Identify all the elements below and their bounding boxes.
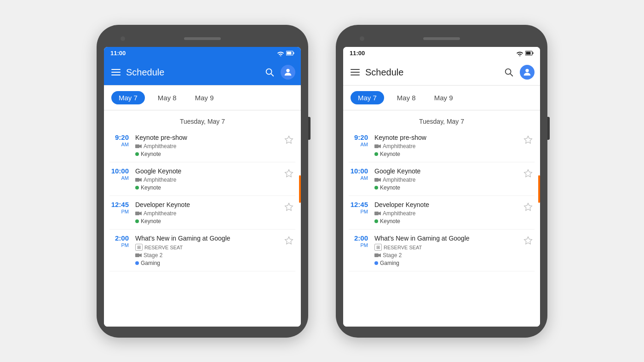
svg-marker-31 [379,212,381,215]
svg-marker-34 [379,253,381,257]
tag-dot [135,152,139,156]
svg-line-22 [510,74,512,76]
session-list: 9:20AMKeynote pre-showAmphitheatreKeynot… [343,129,540,272]
session-tag: Keynote [374,184,522,191]
svg-rect-19 [533,52,534,54]
favorite-button[interactable] [282,201,295,213]
date-tab-0[interactable]: May 7 [111,91,145,104]
status-time: 11:00 [350,50,516,57]
svg-marker-28 [379,178,381,182]
video-icon [135,178,142,182]
video-icon [135,144,142,149]
favorite-button[interactable] [282,167,295,180]
session-time-ampm: PM [109,209,129,214]
session-details: Developer KeynoteAmphitheatreKeynote [133,201,282,224]
search-icon [504,67,514,77]
date-tabs: May 7May 8May 9 [104,86,301,110]
account-icon [522,67,532,77]
svg-rect-20 [526,52,531,55]
session-time: 2:00PM [109,234,133,248]
session-time-main: 2:00 [349,234,368,242]
date-tab-2[interactable]: May 9 [429,91,459,104]
session-list: 9:20AMKeynote pre-showAmphitheatreKeynot… [104,129,301,272]
location-text: Stage 2 [144,252,162,259]
session-time-main: 9:20 [109,133,129,142]
star-icon [284,236,293,245]
svg-point-23 [525,69,529,72]
battery-icon [286,51,294,56]
phone-speaker [423,37,460,40]
reserve-label: RESERVE SEAT [384,245,422,250]
phone-top-bar [343,33,540,44]
session-details: Keynote pre-showAmphitheatreKeynote [133,133,282,157]
session-time-main: 10:00 [349,167,368,175]
phone-speaker [184,37,221,40]
favorite-button[interactable] [282,234,295,247]
svg-rect-33 [374,253,379,257]
tag-text: Keynote [380,218,400,224]
session-location: Amphitheatre [135,177,282,183]
reserve-icon: ⊞ [374,244,382,251]
session-item: 10:00AMGoogle KeynoteAmphitheatreKeynote [349,162,535,196]
scroll-bar [299,175,301,203]
session-item: 12:45PMDeveloper KeynoteAmphitheatreKeyn… [109,196,295,230]
session-title: Keynote pre-show [135,133,282,142]
location-text: Amphitheatre [144,210,176,217]
favorite-button[interactable] [522,234,535,247]
star-icon [523,202,533,212]
favorite-button[interactable] [282,133,295,146]
date-tab-1[interactable]: May 8 [152,91,182,104]
session-title: Keynote pre-show [374,133,522,142]
date-tab-2[interactable]: May 9 [190,91,219,104]
menu-icon[interactable] [109,66,122,79]
schedule-content: Tuesday, May 79:20AMKeynote pre-showAmph… [343,110,540,327]
favorite-button[interactable] [522,201,535,213]
search-button[interactable] [501,65,516,80]
session-tag: Keynote [135,151,282,157]
session-time-main: 12:45 [109,201,129,209]
app-title: Schedule [126,67,262,78]
tag-dot [135,186,139,190]
location-text: Amphitheatre [383,143,415,149]
session-tag: Gaming [374,260,522,266]
favorite-button[interactable] [522,167,535,180]
star-icon [523,169,533,178]
svg-rect-15 [135,253,139,257]
day-header: Tuesday, May 7 [104,110,301,129]
svg-rect-12 [135,212,139,215]
session-details: Developer KeynoteAmphitheatreKeynote [373,201,522,224]
reserve-icon: ⊞ [135,244,143,251]
video-icon [374,211,381,216]
session-location: Stage 2 [135,252,282,259]
video-icon [374,253,381,258]
session-title: What's New in Gaming at Google [135,234,282,242]
session-tag: Keynote [135,184,282,191]
tag-text: Gaming [380,260,399,266]
date-tab-1[interactable]: May 8 [391,91,421,104]
session-reserve: ⊞RESERVE SEAT [374,244,522,251]
tag-dot [135,261,139,265]
svg-rect-2 [287,52,292,55]
side-button [547,117,550,140]
menu-icon[interactable] [349,66,362,79]
side-button [308,117,310,140]
location-text: Amphitheatre [383,177,415,183]
location-text: Amphitheatre [144,177,176,183]
wifi-icon [277,51,284,56]
session-item: 9:20AMKeynote pre-showAmphitheatreKeynot… [109,129,295,162]
favorite-button[interactable] [522,133,535,146]
session-tag: Gaming [135,260,282,266]
session-time: 2:00PM [349,234,373,248]
video-icon [374,144,381,149]
date-tab-0[interactable]: May 7 [351,91,384,104]
location-text: Amphitheatre [383,210,415,217]
account-button[interactable] [520,65,535,80]
video-icon [135,211,142,216]
search-button[interactable] [262,65,277,80]
account-button[interactable] [281,65,295,80]
session-details: Google KeynoteAmphitheatreKeynote [373,167,522,191]
scroll-bar [538,175,540,203]
svg-marker-10 [139,178,142,182]
star-icon [284,169,293,178]
session-tag: Keynote [135,218,282,224]
